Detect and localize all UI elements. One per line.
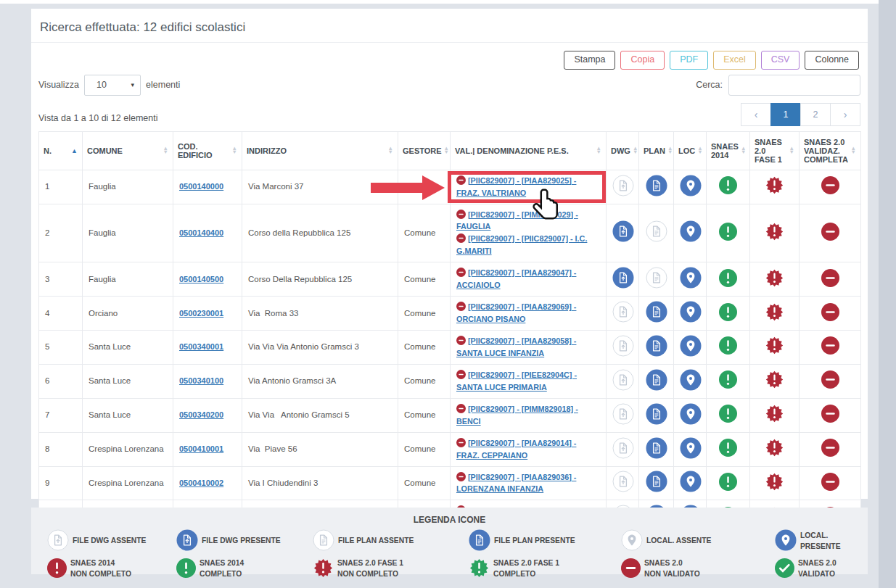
pes-link[interactable]: [PIIC829007] - [PIAA829025] - FRAZ. VALT… xyxy=(456,176,576,197)
building-code-link[interactable]: 0500410001 xyxy=(179,444,223,453)
column-header-validaz[interactable]: SNAES 2.0 VALIDAZ. COMPLETA▲▼ xyxy=(800,131,861,170)
page-length-control: Visualizza 10 ▾ elementi xyxy=(38,75,180,96)
pes-link[interactable]: [PIIC829007] - [PIAA829036] - LORENZANA … xyxy=(456,473,576,494)
column-header-dwg[interactable]: DWG▲▼ xyxy=(607,131,639,170)
dwg-file-icon[interactable] xyxy=(612,189,634,198)
cell-plan-file-icon xyxy=(639,331,674,365)
dwg-file-icon[interactable] xyxy=(612,315,634,324)
location-pin-icon[interactable] xyxy=(680,384,702,392)
legend-item-snaes-20-non-validato: SNAES 2.0NON VALIDATO xyxy=(621,558,775,581)
plan-file-icon[interactable] xyxy=(646,384,667,392)
location-pin-icon[interactable] xyxy=(680,349,702,358)
pes-link[interactable]: [PIIC829007] - [PIAA829014] - FRAZ. CEPP… xyxy=(456,439,576,460)
dwg-file-icon[interactable] xyxy=(612,235,634,244)
legend-item-loc-present: LOCAL. PRESENTE xyxy=(775,529,862,553)
building-code-link[interactable]: 0500140000 xyxy=(179,182,223,191)
snaes-validation-status-icon xyxy=(821,415,839,424)
plan-file-icon[interactable] xyxy=(646,452,667,460)
column-header-comune[interactable]: COMUNE▲▼ xyxy=(83,131,173,170)
cell-snaes-2014-status-icon xyxy=(707,331,750,365)
pes-link[interactable]: [PIIC829007] - [PIMM829018] - BENCI xyxy=(456,405,578,426)
building-code-link[interactable]: 0500230001 xyxy=(179,309,223,318)
search-label: Cerca: xyxy=(696,80,723,90)
plan-file-icon[interactable] xyxy=(646,315,667,324)
legend-item-snaes-20-fase1-completo: SNAES 2.0 FASE 1COMPLETO xyxy=(469,558,621,581)
results-panel: Ricerca effettuata: 12 edifici scolastic… xyxy=(31,9,868,499)
column-header-plan[interactable]: PLAN▲▼ xyxy=(639,131,674,170)
length-selected-value: 10 xyxy=(96,80,107,90)
building-code-link[interactable]: 0500340100 xyxy=(179,376,223,385)
dwg-file-icon[interactable] xyxy=(612,281,634,290)
snaes-2014-status-icon xyxy=(719,233,737,242)
export-button-copia[interactable]: Copia xyxy=(620,51,665,70)
pes-link[interactable]: [PIIC829007] - [PIIC829007] - I.C. G.MAR… xyxy=(456,234,587,255)
column-header-indirizzo[interactable]: INDIRIZZO▲▼ xyxy=(242,131,398,170)
legend-item-snaes-20-validato: SNAES 2.0VALIDATO xyxy=(775,558,862,581)
cell-indirizzo: Corso della Repubblica 125 xyxy=(242,204,398,262)
cell-plan-file-icon xyxy=(639,297,674,331)
building-code-link[interactable]: 0500140400 xyxy=(179,228,223,237)
column-header-n[interactable]: N.▲ xyxy=(39,131,83,170)
plan-file-icon[interactable] xyxy=(646,485,667,494)
column-header-pes[interactable]: VAL.| DENOMINAZIONE P.E.S.▲▼ xyxy=(451,131,607,170)
table-row: 4Orciano0500230001Via Roma 33Comune[PIIC… xyxy=(39,297,861,331)
location-pin-icon[interactable] xyxy=(680,235,702,244)
plan-file-icon[interactable] xyxy=(646,189,667,198)
location-pin-icon[interactable] xyxy=(680,281,702,290)
plan-file-icon[interactable] xyxy=(646,281,667,290)
location-pin-icon[interactable] xyxy=(680,452,702,460)
cell-snaes-fase1-status-icon xyxy=(750,204,800,262)
snaes-validation-status-icon xyxy=(821,347,839,356)
cell-cod-edificio: 0500340100 xyxy=(173,364,242,398)
export-button-excel[interactable]: Excel xyxy=(713,51,756,70)
building-code-link[interactable]: 0500140500 xyxy=(179,275,223,283)
snaes-fase1-status-icon xyxy=(765,348,784,357)
pes-link[interactable]: [PIIC829007] - [PIAA829069] - ORCIANO PI… xyxy=(456,302,576,323)
location-pin-icon[interactable] xyxy=(680,485,702,494)
page-length-select[interactable]: 10 ▾ xyxy=(84,75,141,96)
cell-snaes-fase1-status-icon xyxy=(750,432,800,466)
plan-file-icon[interactable] xyxy=(646,418,667,426)
next-page-button[interactable]: › xyxy=(830,103,860,126)
export-button-stampa[interactable]: Stampa xyxy=(564,51,615,70)
search-input[interactable] xyxy=(728,75,860,96)
building-code-link[interactable]: 0500340001 xyxy=(179,342,223,351)
plan-file-icon[interactable] xyxy=(646,235,667,244)
page-button-1[interactable]: 1 xyxy=(770,103,801,126)
dwg-file-icon[interactable] xyxy=(612,418,634,426)
export-button-csv[interactable]: CSV xyxy=(761,51,800,70)
cell-cod-edificio: 0500140500 xyxy=(173,262,242,297)
export-button-pdf[interactable]: PDF xyxy=(670,51,708,70)
dwg-file-icon[interactable] xyxy=(612,384,634,392)
plan-file-icon[interactable] xyxy=(646,349,667,358)
prev-page-button[interactable]: ‹ xyxy=(741,103,771,126)
cell-n: 5 xyxy=(39,331,83,365)
column-header-fase1[interactable]: SNAES 2.0 FASE 1▲▼ xyxy=(750,131,800,170)
dwg-file-icon[interactable] xyxy=(612,349,634,358)
location-pin-icon[interactable] xyxy=(680,189,702,198)
file-plan-present-icon xyxy=(469,529,490,553)
building-code-link[interactable]: 0500410002 xyxy=(179,479,223,487)
dwg-file-icon[interactable] xyxy=(612,485,634,494)
cell-location-pin-icon xyxy=(674,432,707,466)
column-header-s2014[interactable]: SNAES 2014▲▼ xyxy=(707,131,750,170)
location-pin-icon[interactable] xyxy=(680,418,702,426)
pes-link[interactable]: [PIIC829007] - [PIAA829058] - SANTA LUCE… xyxy=(456,336,576,357)
column-header-gestore[interactable]: GESTORE▲▼ xyxy=(398,131,451,170)
pes-link[interactable]: [PIIC829007] - [PIAA829047] - ACCIAIOLO xyxy=(456,268,576,289)
cell-snaes-fase1-status-icon xyxy=(750,364,800,398)
cell-dwg-file-icon xyxy=(607,432,639,466)
results-table: N.▲COMUNE▲▼COD. EDIFICIO▲▼INDIRIZZO▲▼GES… xyxy=(38,131,861,535)
building-code-link[interactable]: 0500340200 xyxy=(179,410,223,419)
column-header-loc[interactable]: LOC▲▼ xyxy=(674,131,707,170)
column-header-cod[interactable]: COD. EDIFICIO▲▼ xyxy=(173,131,242,170)
export-button-colonne[interactable]: Colonne xyxy=(805,51,859,70)
location-pin-icon[interactable] xyxy=(680,315,702,324)
pes-link[interactable]: [PIIC829007] - [PIMM829029] - FAUGLIA xyxy=(456,210,578,231)
dwg-file-icon[interactable] xyxy=(612,452,634,460)
browser-scrollbar-track[interactable] xyxy=(879,0,896,588)
pes-link[interactable]: [PIIC829007] - [PIEE82904C] - SANTA LUCE… xyxy=(456,370,577,392)
cell-snaes-validation-status-icon xyxy=(800,331,861,365)
page-button-2[interactable]: 2 xyxy=(800,103,831,126)
cell-location-pin-icon xyxy=(674,262,707,297)
